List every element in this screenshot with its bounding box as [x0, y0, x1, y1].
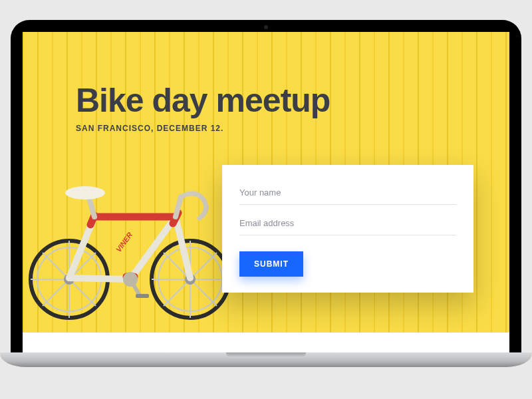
page-subtitle: SAN FRANCISCO, DECEMBER 12.: [76, 124, 483, 133]
footer-strip: [23, 332, 509, 352]
hero-section: Bike day meetup SAN FRANCISCO, DECEMBER …: [23, 32, 509, 332]
bicycle-icon: VINER: [23, 160, 242, 319]
svg-text:VINER: VINER: [114, 231, 134, 253]
svg-point-31: [65, 186, 105, 200]
svg-line-8: [43, 279, 69, 306]
screen: Bike day meetup SAN FRANCISCO, DECEMBER …: [23, 32, 509, 352]
email-input[interactable]: [239, 210, 456, 235]
page-title: Bike day meetup: [76, 84, 483, 117]
heading-block: Bike day meetup SAN FRANCISCO, DECEMBER …: [76, 84, 483, 133]
svg-rect-35: [136, 294, 149, 298]
svg-line-6: [43, 253, 69, 279]
laptop-base: [0, 352, 532, 367]
laptop-frame: Bike day meetup SAN FRANCISCO, DECEMBER …: [11, 20, 521, 352]
svg-line-19: [164, 279, 190, 306]
bicycle-illustration: VINER: [23, 160, 242, 319]
camera-dot: [264, 25, 268, 29]
submit-button[interactable]: SUBMIT: [239, 251, 303, 277]
signup-card: SUBMIT: [222, 165, 473, 293]
name-input[interactable]: [239, 180, 456, 205]
svg-line-30: [89, 198, 94, 217]
svg-line-23: [69, 278, 130, 279]
svg-line-20: [190, 279, 217, 306]
svg-line-9: [69, 279, 96, 306]
svg-line-18: [190, 253, 217, 279]
